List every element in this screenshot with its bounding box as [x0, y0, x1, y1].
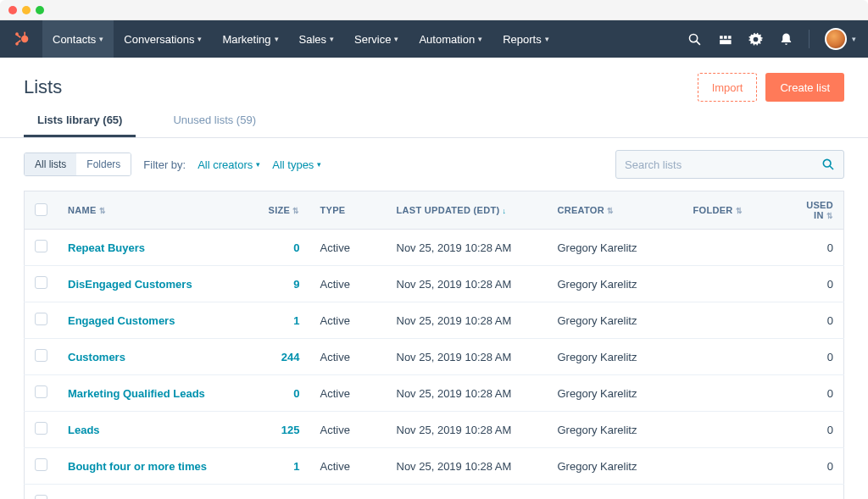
list-name-link[interactable]: Customers: [68, 351, 125, 363]
list-updated: Nov 25, 2019 10:28 AM: [387, 266, 548, 302]
col-size-header[interactable]: SIZE⇅: [251, 191, 310, 230]
nav-item-label: Service: [354, 33, 391, 46]
chevron-down-icon: ▾: [545, 35, 549, 43]
nav-item-marketing[interactable]: Marketing▾: [212, 20, 288, 58]
account-menu[interactable]: ▾: [825, 28, 856, 50]
nav-item-automation[interactable]: Automation▾: [409, 20, 492, 58]
table-row: Leads125ActiveNov 25, 2019 10:28 AMGrego…: [25, 412, 844, 448]
list-creator: Gregory Karelitz: [548, 302, 683, 339]
col-name-header[interactable]: NAME⇅: [58, 191, 251, 230]
list-size-link[interactable]: 9: [293, 278, 299, 291]
mac-close-icon[interactable]: [8, 6, 17, 14]
page-title: Lists: [24, 76, 62, 98]
tab-0[interactable]: Lists library (65): [24, 114, 136, 137]
nav-item-label: Automation: [419, 33, 475, 46]
search-input[interactable]: [625, 158, 821, 171]
list-name-link[interactable]: DisEngaged Customers: [68, 278, 192, 291]
list-creator: Gregory Karelitz: [548, 448, 683, 485]
list-size-link[interactable]: 125: [281, 424, 300, 436]
nav-item-label: Marketing: [222, 33, 270, 46]
list-updated: Nov 25, 2019 10:28 AM: [387, 230, 548, 266]
search-box[interactable]: [615, 150, 844, 179]
col-type-header[interactable]: TYPE: [310, 191, 387, 230]
page-actions: Import Create list: [698, 73, 844, 102]
hubspot-logo-icon[interactable]: [12, 30, 31, 48]
row-checkbox[interactable]: [35, 240, 47, 252]
filter-types-label: All types: [272, 158, 314, 171]
row-checkbox[interactable]: [35, 349, 47, 362]
list-creator: Gregory Karelitz: [548, 339, 683, 375]
svg-rect-4: [16, 40, 21, 44]
table-wrap: NAME⇅ SIZE⇅ TYPE LAST UPDATED (EDT)↓ CRE…: [0, 191, 868, 499]
nav-item-conversations[interactable]: Conversations▾: [114, 20, 212, 58]
list-updated: Nov 25, 2019 10:27 AM: [387, 485, 548, 500]
chevron-down-icon: ▾: [198, 35, 202, 43]
list-size-link[interactable]: 244: [281, 351, 300, 363]
list-name-link[interactable]: Engaged Customers: [68, 314, 175, 327]
nav-item-service[interactable]: Service▾: [344, 20, 409, 58]
list-updated: Nov 25, 2019 10:28 AM: [387, 339, 548, 375]
list-name-link[interactable]: Leads: [68, 424, 100, 436]
marketplace-icon[interactable]: [717, 31, 732, 47]
select-all-checkbox[interactable]: [35, 203, 47, 216]
nav-item-reports[interactable]: Reports▾: [492, 20, 559, 58]
list-updated: Nov 25, 2019 10:28 AM: [387, 302, 548, 339]
chevron-down-icon: ▾: [852, 35, 856, 43]
tab-1[interactable]: Unused lists (59): [159, 114, 270, 137]
search-icon[interactable]: [821, 158, 835, 171]
chevron-down-icon: ▾: [275, 35, 279, 43]
table-row: Bought four or more times1ActiveNov 25, …: [25, 448, 844, 485]
list-name-link[interactable]: Marketing Qualified Leads: [68, 387, 205, 400]
chevron-down-icon: ▾: [394, 35, 398, 43]
row-checkbox[interactable]: [35, 422, 47, 435]
create-list-button[interactable]: Create list: [765, 73, 844, 102]
row-checkbox[interactable]: [35, 385, 47, 398]
svg-rect-11: [720, 40, 731, 44]
import-button[interactable]: Import: [698, 73, 758, 102]
segment-folders[interactable]: Folders: [76, 153, 131, 175]
filter-creators-dropdown[interactable]: All creators ▾: [198, 158, 260, 171]
table-row: Three time purchase customers2ActiveNov …: [25, 485, 844, 500]
list-used-in: 0: [776, 302, 844, 339]
row-checkbox[interactable]: [35, 458, 47, 471]
svg-rect-5: [24, 32, 25, 36]
list-name-link[interactable]: Bought four or more times: [68, 460, 207, 473]
settings-gear-icon[interactable]: [748, 31, 763, 47]
svg-line-13: [830, 166, 833, 169]
col-folder-header[interactable]: FOLDER⇅: [683, 191, 776, 230]
list-folder: [683, 266, 776, 302]
nav-item-contacts[interactable]: Contacts▾: [42, 20, 114, 58]
notifications-bell-icon[interactable]: [778, 31, 793, 47]
avatar: [825, 28, 847, 50]
lists-table: NAME⇅ SIZE⇅ TYPE LAST UPDATED (EDT)↓ CRE…: [24, 191, 844, 499]
list-type: Active: [310, 375, 387, 412]
search-icon[interactable]: [687, 31, 702, 47]
list-name-link[interactable]: Three time purchase customers: [68, 496, 235, 500]
list-size-link[interactable]: 0: [293, 241, 299, 254]
list-used-in: 0: [776, 230, 844, 266]
chevron-down-icon: ▾: [330, 35, 334, 43]
row-checkbox[interactable]: [35, 495, 47, 499]
mac-min-icon[interactable]: [22, 6, 31, 14]
segment-all-lists[interactable]: All lists: [25, 153, 76, 175]
list-used-in: 0: [776, 485, 844, 500]
col-used-header[interactable]: USED IN⇅: [776, 191, 844, 230]
svg-point-6: [689, 34, 697, 42]
mac-max-icon[interactable]: [36, 6, 44, 14]
list-type: Active: [310, 302, 387, 339]
nav-item-label: Conversations: [124, 33, 194, 46]
nav-item-sales[interactable]: Sales▾: [289, 20, 345, 58]
row-checkbox[interactable]: [35, 313, 47, 325]
list-folder: [683, 412, 776, 448]
svg-point-12: [823, 159, 831, 167]
filter-types-dropdown[interactable]: All types ▾: [272, 158, 321, 171]
list-size-link[interactable]: 0: [293, 387, 299, 400]
list-used-in: 0: [776, 448, 844, 485]
col-creator-header[interactable]: CREATOR⇅: [548, 191, 683, 230]
list-name-link[interactable]: Repeat Buyers: [68, 241, 145, 254]
col-updated-header[interactable]: LAST UPDATED (EDT)↓: [387, 191, 548, 230]
list-size-link[interactable]: 2: [293, 496, 299, 500]
list-size-link[interactable]: 1: [293, 314, 299, 327]
list-size-link[interactable]: 1: [293, 460, 299, 473]
row-checkbox[interactable]: [35, 276, 47, 289]
